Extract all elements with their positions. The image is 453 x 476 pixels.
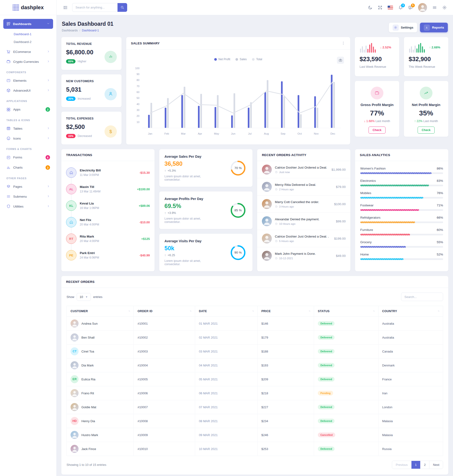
avatar-photo	[418, 3, 427, 12]
sidebar-item-utilities[interactable]: Utilities	[3, 202, 53, 211]
fullscreen-button[interactable]	[378, 5, 382, 10]
transaction-row[interactable]: RTRita Mark20 Mar 4:00PM+$125	[66, 231, 150, 247]
showing-entries-text: Showing 1 to 10 of 15 entries	[67, 463, 106, 467]
chart-export-button[interactable]	[337, 57, 344, 64]
activity-row[interactable]: Mercy Ritia Delivered a Deal.2 Hours ago…	[257, 178, 350, 195]
transaction-row[interactable]: PEPark Entri24 Mar 6:06PM-$40.99	[66, 247, 150, 264]
check-button[interactable]: Check	[418, 127, 435, 134]
activity-row[interactable]: Alexandar Denied the payment.10 Hours ag…	[257, 213, 350, 230]
table-row[interactable]: CTCinel Toa#1000303 MAR 2021$188Delivere…	[67, 345, 443, 358]
pagination-previous[interactable]: Previous	[392, 461, 411, 469]
settings-icon-button[interactable]	[442, 5, 447, 10]
sidebar-subitem-dashboard-2[interactable]: Dashboard-2	[14, 38, 53, 46]
dark-mode-toggle[interactable]	[368, 5, 373, 10]
table-row[interactable]: Frano Rit#1000606 MAR 2021$218PendingIra…	[67, 386, 443, 400]
user-avatar-button[interactable]	[418, 3, 427, 12]
column-header-price[interactable]: PRICE↑↓	[257, 306, 314, 317]
sidebar-item-advancedui[interactable]: AdvancedUI	[3, 86, 53, 95]
pagination-next[interactable]: Next	[429, 461, 443, 469]
transaction-row[interactable]: Net Flix20 Mar 4:00PM-$10.00	[66, 214, 150, 231]
more-options-icon[interactable]	[341, 41, 345, 45]
sidebar-item-tables[interactable]: Tables	[3, 123, 53, 133]
activity-time: 3 Hours ago	[279, 205, 294, 208]
language-flag-button[interactable]	[388, 6, 393, 9]
check-button[interactable]: Check	[368, 127, 386, 134]
column-header-country[interactable]: COUNTRY↑↓	[378, 306, 443, 317]
sidebar-item-elements[interactable]: Elements	[3, 76, 53, 86]
sidebar-item-ecommerce[interactable]: ECommerce	[3, 47, 53, 57]
sidebar-item-dashboards[interactable]: Dashboards	[3, 19, 53, 29]
legend-sales[interactable]: Sales	[235, 58, 247, 61]
table-row[interactable]: Andrea Sun#1000101 MAR 2021$146Delivered…	[67, 317, 443, 331]
order-price: $146	[257, 317, 314, 331]
sidebar-item-submenu[interactable]: Submenu	[3, 191, 53, 202]
avatar-photo	[262, 233, 272, 243]
table-search-input[interactable]	[401, 293, 443, 301]
activity-row[interactable]: Mark John Payment is Done.10-12-2021$49.…	[257, 247, 350, 264]
table-row[interactable]: Goldie Mat#1000707 MAR 2021$227Delivered…	[67, 400, 443, 414]
table-row[interactable]: Dia Mark#1000404 MAR 2021$193DeliveredDe…	[67, 358, 443, 372]
sidebar-item-apps[interactable]: Apps2	[3, 104, 53, 115]
stat-badge: 65%	[66, 59, 76, 64]
sidebar-subitem-dashboard-1[interactable]: Dashboard-1	[14, 30, 53, 38]
column-header-customer[interactable]: CUSTOMER↑↓	[67, 306, 134, 317]
svg-text:Dec: Dec	[331, 132, 335, 135]
activity-row[interactable]: Catrice Doshier Just Ordered a Deal.Just…	[257, 161, 350, 178]
order-country: France	[378, 372, 443, 386]
gear-icon	[442, 5, 447, 10]
messages-button[interactable]: 5	[408, 5, 413, 10]
sidebar-toggle-button[interactable]	[63, 5, 68, 10]
table-row[interactable]: HDHenry Dia#1000808 MAR 2021$234Delivere…	[67, 414, 443, 428]
column-header-date[interactable]: DATE↑↓	[195, 306, 257, 317]
sidebar-item-forms[interactable]: Forms6	[3, 152, 53, 162]
order-date: 07 MAR 2021	[195, 400, 257, 414]
analytics-row: Footwear71%	[360, 203, 443, 211]
analytics-percent: 76%	[437, 191, 443, 195]
table-row[interactable]: Ben Shall#1000202 MAR 2021$179DeliveredA…	[67, 331, 443, 345]
table-row[interactable]: Hustro Mark#1000909 MAR 2021$246Cancelle…	[67, 428, 443, 442]
sidebar-item-icons[interactable]: Icons	[3, 133, 53, 143]
average-delta: ↑ +3.9%	[164, 211, 216, 215]
order-price: $209	[257, 372, 314, 386]
clock-icon	[275, 188, 278, 191]
settings-button[interactable]: Settings	[389, 23, 417, 32]
chevron-right-icon	[47, 50, 50, 53]
notifications-button[interactable]: 3	[398, 5, 403, 10]
chevron-right-icon	[47, 88, 50, 92]
legend-net-profit[interactable]: Net Profit	[214, 58, 230, 61]
order-price: $193	[257, 358, 314, 372]
reports-button[interactable]: Reports	[420, 23, 448, 32]
order-id: #10006	[134, 386, 195, 400]
transaction-row[interactable]: KLKeval Lia16 Mar 1:06PM+$89.06	[66, 197, 150, 214]
transaction-row[interactable]: ALMaxin Till13 Mar 11:49AM+$100.00	[66, 181, 150, 197]
logo[interactable]: dashplex	[0, 0, 57, 15]
order-country: Malasia	[378, 428, 443, 442]
search-button[interactable]	[118, 3, 127, 12]
sidebar-item-charts[interactable]: Charts3	[3, 162, 53, 173]
search-input[interactable]	[72, 3, 118, 12]
svg-text:80: 80	[137, 79, 139, 81]
pagination-page-1[interactable]: 1	[411, 461, 420, 469]
order-date: 10 MAR 2021	[195, 442, 257, 456]
activity-row[interactable]: Catrice Doshier Just Ordered a Deal. .5 …	[257, 230, 350, 247]
chevron-right-icon	[47, 137, 50, 140]
svg-text:70: 70	[137, 85, 139, 88]
pagination-page-2[interactable]: 2	[420, 461, 429, 469]
transaction-row[interactable]: Electricity Bill11 Mar 3:00PM-$15.30	[66, 164, 150, 181]
sidebar-item-pages[interactable]: Pages	[3, 181, 53, 191]
svg-text:50: 50	[137, 97, 139, 99]
column-header-order-id[interactable]: ORDER ID↑↓	[134, 306, 195, 317]
sidebar-badge: 6	[46, 155, 50, 160]
legend-total[interactable]: Total	[252, 58, 262, 61]
average-title: Average Sales Per Day	[164, 155, 216, 159]
column-header-status[interactable]: STATUS↑↓	[314, 306, 378, 317]
breadcrumb-root[interactable]: Dashboards	[62, 29, 78, 32]
entries-per-page-select[interactable]: 10▼	[77, 293, 91, 301]
table-row[interactable]: EREutica Ria#1000505 MAR 2021$209Deliver…	[67, 372, 443, 386]
activity-row[interactable]: Marry Cott Cancelled the order.3 Hours a…	[257, 195, 350, 213]
apps-menu-button[interactable]	[432, 5, 437, 10]
customer-name: Frano Rit	[81, 391, 94, 395]
table-row[interactable]: Jack Fince#1001010 MAR 2021$253Delivered…	[67, 442, 443, 456]
avatar-initials: PE	[66, 250, 77, 260]
sidebar-item-crypto-currencies[interactable]: Crypto Currencies	[3, 57, 53, 67]
